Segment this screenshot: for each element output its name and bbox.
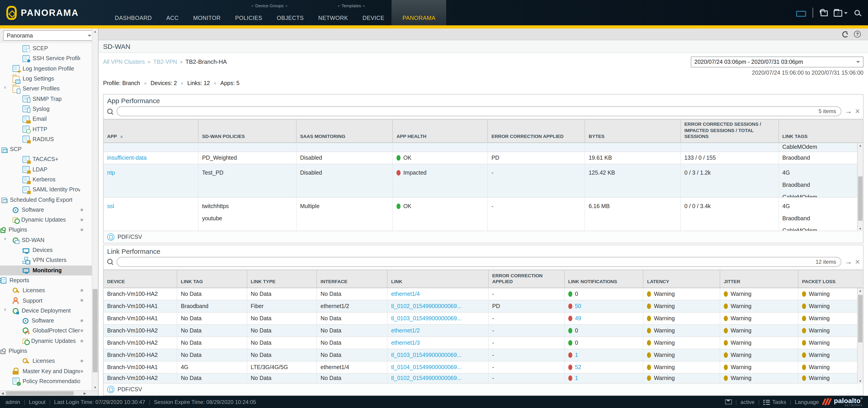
sidebar-item-syslog[interactable]: Syslog (0, 104, 98, 114)
link[interactable]: 52 (575, 364, 581, 371)
sidebar-item-server-profiles[interactable]: ∨Server Profiles (0, 84, 98, 94)
tasks-button[interactable]: Tasks (772, 399, 786, 405)
column-header-device[interactable]: DEVICE (103, 270, 177, 288)
sidebar-item-email[interactable]: Email (0, 114, 98, 124)
tab-dashboard[interactable]: DASHBOARD (107, 0, 159, 25)
tab-monitor[interactable]: MONITOR (186, 0, 228, 25)
table-row[interactable]: insufficient-dataPD_WeightedDisabledOKPD… (103, 152, 863, 164)
table-row[interactable]: Branch-Vm100-HA2No DataNo DataNo Datatl_… (103, 349, 863, 361)
link[interactable]: tl_0104_01549900000069... (391, 364, 462, 371)
scroll-up-icon[interactable]: ▲ (92, 30, 98, 33)
column-header-link-notifications[interactable]: LINK NOTIFICATIONS (564, 270, 643, 288)
link[interactable]: 50 (575, 303, 581, 310)
sidebar-vertical-scrollbar[interactable]: ▲ ▼ (92, 29, 98, 390)
language-button[interactable]: Language (795, 399, 819, 405)
sidebar-item-plugins[interactable]: Plugins (0, 346, 98, 356)
link-performance-vertical-scrollbar[interactable]: ▲▼ (857, 288, 863, 384)
link[interactable]: tl_0103_01549900000069... (391, 315, 462, 322)
table-row[interactable]: CableMOdem (103, 143, 863, 152)
sidebar-item-licenses[interactable]: Licenses (0, 356, 98, 366)
clear-filter-icon[interactable]: × (855, 108, 860, 115)
sidebar-item-saml-identity-provider[interactable]: SAML Identity Provider (0, 184, 98, 195)
column-header-link-tags[interactable]: LINK TAGS (779, 119, 863, 143)
column-header-saas-monitoring[interactable]: SAAS MONITORING (296, 119, 393, 143)
apply-filter-icon[interactable]: → (845, 108, 852, 115)
sidebar-item-dynamic-updates[interactable]: Dynamic Updates (0, 336, 98, 346)
app-performance-search-input[interactable]: 5 items (117, 106, 842, 116)
sidebar-item-scep[interactable]: SCEP (0, 43, 98, 54)
search-icon[interactable] (855, 10, 860, 16)
column-header-app-health[interactable]: APP HEALTH (393, 119, 488, 143)
scroll-down-icon[interactable]: ▼ (858, 379, 863, 383)
sidebar-item-policy-recommendation[interactable]: Policy Recommendation (0, 376, 98, 386)
column-header-error-corrected-sessions-impacted-sessions-total-sessions[interactable]: ERROR CORRECTED SESSIONS / IMPACTED SESS… (681, 119, 779, 143)
sidebar-item-dynamic-updates[interactable]: Dynamic Updates (0, 215, 98, 225)
unlock-icon[interactable] (820, 9, 827, 16)
column-header-link[interactable]: LINK (388, 270, 489, 288)
column-header-latency[interactable]: LATENCY (644, 270, 720, 288)
sidebar-item-monitoring[interactable]: Monitoring (0, 265, 98, 275)
sidebar-item-scheduled-config-export[interactable]: Scheduled Config Export (0, 195, 98, 205)
scrollbar-thumb[interactable] (858, 176, 863, 221)
clear-filter-icon[interactable]: × (855, 258, 860, 265)
link[interactable]: ethernet1/2 (391, 327, 420, 334)
scrollbar-thumb[interactable] (6, 391, 74, 395)
scrollbar-thumb[interactable] (858, 295, 863, 342)
sidebar-item-log-ingestion-profile[interactable]: Log Ingestion Profile (0, 63, 98, 74)
scroll-left-icon[interactable]: ◀ (1, 391, 4, 396)
column-header-error-correction-applied[interactable]: ERROR CORRECTION APPLIED (488, 119, 585, 143)
column-header-app[interactable]: APP∧ (103, 119, 198, 143)
scroll-right-icon[interactable]: ▶ (84, 391, 86, 396)
link[interactable]: 1 (575, 375, 578, 382)
scroll-up-icon[interactable]: ▲ (858, 144, 863, 147)
table-row[interactable]: Branch-Vm100-HA2No DataNo DataNo Datatl_… (103, 374, 863, 384)
link[interactable]: ethernet1/4 (391, 291, 420, 297)
app-performance-vertical-scrollbar[interactable]: ▲▼ (857, 143, 863, 231)
link[interactable]: 1 (575, 352, 578, 358)
sidebar-item-snmp-trap[interactable]: SNMP Trap (0, 94, 98, 104)
table-row[interactable]: Branch-Vm100-HA14GLTE/3G/4G/5Gethernet1/… (103, 361, 863, 374)
sidebar-item-log-settings[interactable]: Log Settings (0, 74, 98, 84)
sidebar-item-software[interactable]: Software (0, 316, 98, 326)
tab-acc[interactable]: ACC (159, 0, 186, 25)
export-pdf-csv-button[interactable]: PDF/CSV (118, 234, 142, 240)
tasks-icon[interactable] (763, 399, 770, 405)
column-header-link-type[interactable]: LINK TYPE (247, 270, 317, 288)
scroll-down-icon[interactable]: ▼ (92, 386, 98, 389)
apply-filter-icon[interactable]: → (845, 258, 852, 265)
sidebar-item-ssh-service-profile[interactable]: SSH Service Profile (0, 54, 98, 64)
sidebar-item-support[interactable]: Support (0, 296, 98, 306)
export-pdf-csv-button[interactable]: PDF/CSV (118, 386, 142, 392)
column-header-packet-loss[interactable]: PACKET LOSS (798, 270, 863, 288)
context-selector[interactable]: Panorama (3, 30, 95, 41)
column-header-bytes[interactable]: BYTES (585, 119, 681, 143)
column-header-sd-wan-policies[interactable]: SD-WAN POLICIES (198, 119, 296, 143)
sidebar-item-tacacs[interactable]: TACACS+ (0, 154, 98, 165)
table-row[interactable]: Branch-Vm100-HA2No DataNo DataNo Dataeth… (103, 337, 863, 349)
logout-button[interactable]: Logout (29, 399, 45, 405)
breadcrumb-item-all-vpn-clusters[interactable]: All VPN Clusters (103, 59, 145, 65)
sidebar-item-scp[interactable]: SCP (0, 144, 98, 154)
sidebar-item-device-deployment[interactable]: ∨Device Deployment (0, 305, 98, 316)
table-row[interactable]: ntpTest_PDDisabledImpacted-125.42 KB0 / … (103, 164, 863, 198)
sidebar-item-reports[interactable]: Reports (0, 275, 98, 286)
link[interactable]: ssl (107, 203, 114, 209)
sidebar-item-licenses[interactable]: Licenses (0, 285, 98, 296)
sidebar-item-globalprotect-client[interactable]: GlobalProtect Client (0, 326, 98, 336)
column-header-interface[interactable]: INTERFACE (317, 270, 388, 288)
sidebar-item-vpn-clusters[interactable]: VPN Clusters (0, 255, 98, 265)
column-header-link-tag[interactable]: LINK TAG (177, 270, 247, 288)
sidebar-item-http[interactable]: HTTP (0, 124, 98, 134)
link-performance-search-input[interactable]: 12 items (117, 257, 842, 267)
link[interactable]: tl_0102_01549900000069... (391, 375, 462, 382)
messages-icon[interactable] (725, 400, 732, 404)
sidebar-item-sd-wan[interactable]: ∨SD-WAN (0, 235, 98, 245)
commit-status-icon[interactable] (796, 8, 806, 17)
breadcrumb-item-tb2-vpn[interactable]: TB2-VPN (153, 59, 177, 65)
column-header-jitter[interactable]: JITTER (720, 270, 798, 288)
scrollbar-thumb[interactable] (93, 289, 98, 372)
sidebar-item-radius[interactable]: RADIUS (0, 134, 98, 144)
refresh-icon[interactable] (842, 31, 848, 37)
link[interactable]: tl_0102_01549900000069... (391, 303, 462, 310)
sidebar-item-kerberos[interactable]: Kerberos (0, 175, 98, 185)
